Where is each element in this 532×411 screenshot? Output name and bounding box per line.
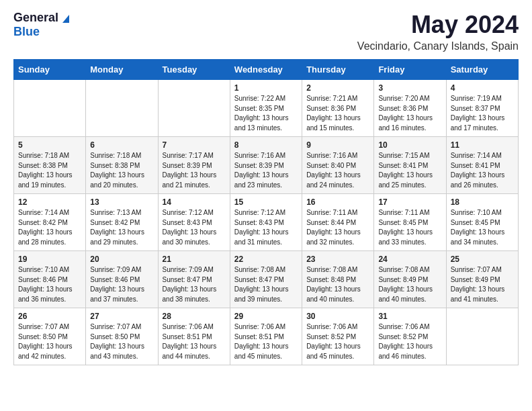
day-number: 26 xyxy=(18,312,81,321)
header-monday: Monday xyxy=(86,60,158,80)
day-number: 31 xyxy=(378,312,441,321)
day-content: Sunrise: 7:20 AMSunset: 8:36 PMDaylight:… xyxy=(378,94,441,133)
day-content: Sunrise: 7:06 AMSunset: 8:52 PMDaylight:… xyxy=(306,322,369,361)
day-number: 8 xyxy=(234,140,298,150)
table-row: 12Sunrise: 7:14 AMSunset: 8:42 PMDayligh… xyxy=(14,194,86,251)
day-content: Sunrise: 7:06 AMSunset: 8:51 PMDaylight:… xyxy=(234,322,298,361)
table-row: 3Sunrise: 7:20 AMSunset: 8:36 PMDaylight… xyxy=(374,80,446,137)
header-thursday: Thursday xyxy=(302,60,374,80)
logo-general-text: General xyxy=(13,11,58,25)
calendar-week-row: 26Sunrise: 7:07 AMSunset: 8:50 PMDayligh… xyxy=(14,308,519,365)
day-number: 15 xyxy=(234,197,298,207)
table-row: 10Sunrise: 7:15 AMSunset: 8:41 PMDayligh… xyxy=(374,137,446,194)
table-row: 11Sunrise: 7:14 AMSunset: 8:41 PMDayligh… xyxy=(446,137,518,194)
logo: General Blue xyxy=(13,11,72,39)
day-content: Sunrise: 7:11 AMSunset: 8:45 PMDaylight:… xyxy=(378,208,441,247)
page-header: General Blue May 2024 Vecindario, Canary… xyxy=(13,11,519,52)
table-row: 30Sunrise: 7:06 AMSunset: 8:52 PMDayligh… xyxy=(302,308,374,365)
day-content: Sunrise: 7:16 AMSunset: 8:40 PMDaylight:… xyxy=(306,151,369,190)
day-content: Sunrise: 7:12 AMSunset: 8:43 PMDaylight:… xyxy=(234,208,298,247)
day-number: 18 xyxy=(451,197,514,207)
day-content: Sunrise: 7:14 AMSunset: 8:42 PMDaylight:… xyxy=(18,208,81,247)
header-saturday: Saturday xyxy=(446,60,518,80)
day-number: 14 xyxy=(163,197,226,207)
table-row xyxy=(14,80,86,137)
title-area: May 2024 Vecindario, Canary Islands, Spa… xyxy=(357,11,519,52)
table-row: 29Sunrise: 7:06 AMSunset: 8:51 PMDayligh… xyxy=(230,308,302,365)
day-number: 9 xyxy=(306,140,369,150)
table-row: 1Sunrise: 7:22 AMSunset: 8:35 PMDaylight… xyxy=(230,80,302,137)
day-content: Sunrise: 7:17 AMSunset: 8:39 PMDaylight:… xyxy=(163,151,226,190)
table-row: 23Sunrise: 7:08 AMSunset: 8:48 PMDayligh… xyxy=(302,251,374,308)
day-content: Sunrise: 7:12 AMSunset: 8:43 PMDaylight:… xyxy=(163,208,226,247)
day-number: 21 xyxy=(163,255,226,264)
day-content: Sunrise: 7:18 AMSunset: 8:38 PMDaylight:… xyxy=(90,151,153,190)
day-content: Sunrise: 7:11 AMSunset: 8:44 PMDaylight:… xyxy=(306,208,369,247)
logo-blue-text: Blue xyxy=(13,25,40,39)
day-content: Sunrise: 7:21 AMSunset: 8:36 PMDaylight:… xyxy=(306,94,369,133)
day-content: Sunrise: 7:06 AMSunset: 8:52 PMDaylight:… xyxy=(378,322,441,361)
table-row: 20Sunrise: 7:09 AMSunset: 8:46 PMDayligh… xyxy=(86,251,158,308)
table-row: 8Sunrise: 7:16 AMSunset: 8:39 PMDaylight… xyxy=(230,137,302,194)
calendar-week-row: 1Sunrise: 7:22 AMSunset: 8:35 PMDaylight… xyxy=(14,80,519,137)
svg-marker-0 xyxy=(62,15,69,23)
table-row xyxy=(446,308,518,365)
day-number: 10 xyxy=(378,140,441,150)
day-number: 30 xyxy=(306,312,369,321)
day-content: Sunrise: 7:07 AMSunset: 8:50 PMDaylight:… xyxy=(18,322,81,361)
table-row: 22Sunrise: 7:08 AMSunset: 8:47 PMDayligh… xyxy=(230,251,302,308)
table-row: 6Sunrise: 7:18 AMSunset: 8:38 PMDaylight… xyxy=(86,137,158,194)
day-content: Sunrise: 7:08 AMSunset: 8:47 PMDaylight:… xyxy=(234,265,298,304)
day-content: Sunrise: 7:15 AMSunset: 8:41 PMDaylight:… xyxy=(378,151,441,190)
day-number: 29 xyxy=(234,312,298,321)
table-row xyxy=(158,80,230,137)
day-number: 5 xyxy=(18,140,81,150)
day-number: 27 xyxy=(90,312,153,321)
table-row: 18Sunrise: 7:10 AMSunset: 8:45 PMDayligh… xyxy=(446,194,518,251)
calendar-week-row: 12Sunrise: 7:14 AMSunset: 8:42 PMDayligh… xyxy=(14,194,519,251)
day-number: 11 xyxy=(451,140,514,150)
day-content: Sunrise: 7:13 AMSunset: 8:42 PMDaylight:… xyxy=(90,208,153,247)
day-content: Sunrise: 7:09 AMSunset: 8:46 PMDaylight:… xyxy=(90,265,153,304)
header-row: Sunday Monday Tuesday Wednesday Thursday… xyxy=(14,60,519,80)
day-content: Sunrise: 7:22 AMSunset: 8:35 PMDaylight:… xyxy=(234,94,298,133)
day-content: Sunrise: 7:19 AMSunset: 8:37 PMDaylight:… xyxy=(451,94,514,133)
table-row: 28Sunrise: 7:06 AMSunset: 8:51 PMDayligh… xyxy=(158,308,230,365)
day-number: 17 xyxy=(378,197,441,207)
table-row: 16Sunrise: 7:11 AMSunset: 8:44 PMDayligh… xyxy=(302,194,374,251)
day-content: Sunrise: 7:10 AMSunset: 8:46 PMDaylight:… xyxy=(18,265,81,304)
table-row: 21Sunrise: 7:09 AMSunset: 8:47 PMDayligh… xyxy=(158,251,230,308)
day-content: Sunrise: 7:07 AMSunset: 8:50 PMDaylight:… xyxy=(90,322,153,361)
calendar-table: Sunday Monday Tuesday Wednesday Thursday… xyxy=(13,59,519,365)
table-row: 5Sunrise: 7:18 AMSunset: 8:38 PMDaylight… xyxy=(14,137,86,194)
table-row: 24Sunrise: 7:08 AMSunset: 8:49 PMDayligh… xyxy=(374,251,446,308)
month-title: May 2024 xyxy=(357,11,519,39)
header-wednesday: Wednesday xyxy=(230,60,302,80)
day-number: 7 xyxy=(163,140,226,150)
day-content: Sunrise: 7:06 AMSunset: 8:51 PMDaylight:… xyxy=(163,322,226,361)
day-content: Sunrise: 7:09 AMSunset: 8:47 PMDaylight:… xyxy=(163,265,226,304)
day-number: 2 xyxy=(306,83,369,93)
calendar-week-row: 5Sunrise: 7:18 AMSunset: 8:38 PMDaylight… xyxy=(14,137,519,194)
day-number: 12 xyxy=(18,197,81,207)
day-number: 28 xyxy=(163,312,226,321)
day-content: Sunrise: 7:10 AMSunset: 8:45 PMDaylight:… xyxy=(451,208,514,247)
day-content: Sunrise: 7:08 AMSunset: 8:49 PMDaylight:… xyxy=(378,265,441,304)
table-row: 25Sunrise: 7:07 AMSunset: 8:49 PMDayligh… xyxy=(446,251,518,308)
day-number: 1 xyxy=(234,83,298,93)
day-number: 22 xyxy=(234,255,298,264)
day-content: Sunrise: 7:18 AMSunset: 8:38 PMDaylight:… xyxy=(18,151,81,190)
table-row: 31Sunrise: 7:06 AMSunset: 8:52 PMDayligh… xyxy=(374,308,446,365)
day-number: 13 xyxy=(90,197,153,207)
day-content: Sunrise: 7:08 AMSunset: 8:48 PMDaylight:… xyxy=(306,265,369,304)
table-row: 2Sunrise: 7:21 AMSunset: 8:36 PMDaylight… xyxy=(302,80,374,137)
table-row xyxy=(86,80,158,137)
day-content: Sunrise: 7:14 AMSunset: 8:41 PMDaylight:… xyxy=(451,151,514,190)
header-friday: Friday xyxy=(374,60,446,80)
day-content: Sunrise: 7:16 AMSunset: 8:39 PMDaylight:… xyxy=(234,151,298,190)
day-number: 16 xyxy=(306,197,369,207)
table-row: 17Sunrise: 7:11 AMSunset: 8:45 PMDayligh… xyxy=(374,194,446,251)
day-number: 6 xyxy=(90,140,153,150)
header-sunday: Sunday xyxy=(14,60,86,80)
day-content: Sunrise: 7:07 AMSunset: 8:49 PMDaylight:… xyxy=(451,265,514,304)
